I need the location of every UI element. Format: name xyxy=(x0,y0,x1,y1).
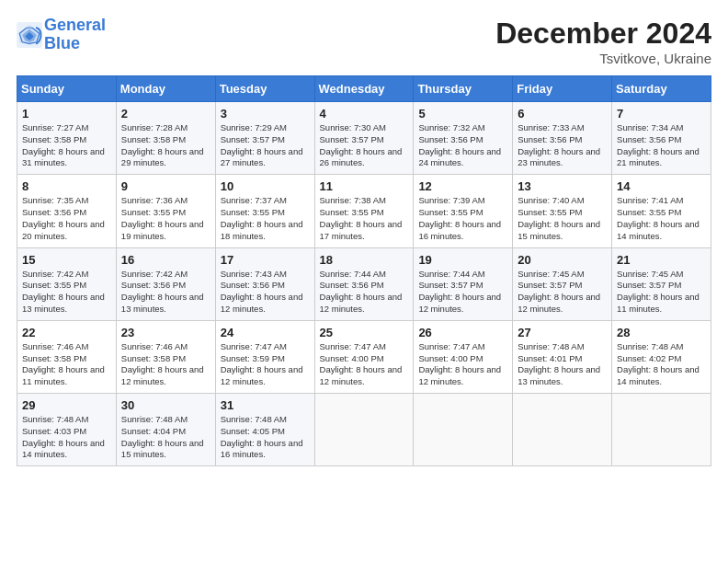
day-number: 31 xyxy=(221,398,310,412)
day-info: Sunrise: 7:32 AMSunset: 3:56 PMDaylight:… xyxy=(418,122,507,169)
sunset-text: Sunset: 3:55 PM xyxy=(221,207,285,217)
sunrise-text: Sunrise: 7:46 AM xyxy=(22,341,88,351)
day-cell: 15Sunrise: 7:42 AMSunset: 3:55 PMDayligh… xyxy=(17,247,117,320)
day-number: 7 xyxy=(617,107,706,121)
day-info: Sunrise: 7:44 AMSunset: 3:56 PMDaylight:… xyxy=(320,269,409,316)
day-info: Sunrise: 7:48 AMSunset: 4:02 PMDaylight:… xyxy=(617,341,706,388)
calendar-header: Sunday Monday Tuesday Wednesday Thursday… xyxy=(17,76,711,102)
daylight-text: Daylight: 8 hours and 11 minutes. xyxy=(617,292,700,314)
sunset-text: Sunset: 3:56 PM xyxy=(617,134,681,144)
sunrise-text: Sunrise: 7:48 AM xyxy=(121,414,188,424)
col-wednesday: Wednesday xyxy=(314,76,414,102)
col-saturday: Saturday xyxy=(612,76,711,102)
daylight-text: Daylight: 8 hours and 12 minutes. xyxy=(418,292,501,314)
sunrise-text: Sunrise: 7:33 AM xyxy=(518,122,584,132)
day-number: 8 xyxy=(22,179,111,193)
day-cell: 31Sunrise: 7:48 AMSunset: 4:05 PMDayligh… xyxy=(215,394,314,466)
daylight-text: Daylight: 8 hours and 14 minutes. xyxy=(617,364,700,386)
day-cell xyxy=(513,394,612,466)
day-cell: 30Sunrise: 7:48 AMSunset: 4:04 PMDayligh… xyxy=(116,394,215,466)
day-cell: 1Sunrise: 7:27 AMSunset: 3:58 PMDaylight… xyxy=(17,102,117,175)
col-thursday: Thursday xyxy=(414,76,513,102)
daylight-text: Daylight: 8 hours and 13 minutes. xyxy=(22,292,105,314)
day-cell: 6Sunrise: 7:33 AMSunset: 3:56 PMDaylight… xyxy=(513,102,612,175)
col-sunday: Sunday xyxy=(17,76,117,102)
day-info: Sunrise: 7:40 AMSunset: 3:55 PMDaylight:… xyxy=(518,195,607,242)
sunset-text: Sunset: 3:56 PM xyxy=(518,134,582,144)
daylight-text: Daylight: 8 hours and 19 minutes. xyxy=(121,219,204,241)
sunrise-text: Sunrise: 7:27 AM xyxy=(22,122,88,132)
daylight-text: Daylight: 8 hours and 24 minutes. xyxy=(418,146,501,168)
day-number: 11 xyxy=(320,179,409,193)
daylight-text: Daylight: 8 hours and 16 minutes. xyxy=(221,438,303,460)
day-cell: 5Sunrise: 7:32 AMSunset: 3:56 PMDaylight… xyxy=(414,102,513,175)
daylight-text: Daylight: 8 hours and 14 minutes. xyxy=(617,219,700,241)
sunrise-text: Sunrise: 7:43 AM xyxy=(221,269,287,279)
header-row: Sunday Monday Tuesday Wednesday Thursday… xyxy=(17,76,711,102)
day-info: Sunrise: 7:48 AMSunset: 4:05 PMDaylight:… xyxy=(221,414,310,461)
day-cell: 18Sunrise: 7:44 AMSunset: 3:56 PMDayligh… xyxy=(314,247,414,320)
sunset-text: Sunset: 3:57 PM xyxy=(221,134,285,144)
day-info: Sunrise: 7:28 AMSunset: 3:58 PMDaylight:… xyxy=(121,122,210,169)
daylight-text: Daylight: 8 hours and 12 minutes. xyxy=(418,364,501,386)
sunrise-text: Sunrise: 7:48 AM xyxy=(518,341,584,351)
day-cell: 28Sunrise: 7:48 AMSunset: 4:02 PMDayligh… xyxy=(612,320,711,393)
daylight-text: Daylight: 8 hours and 12 minutes. xyxy=(320,292,403,314)
sunrise-text: Sunrise: 7:44 AM xyxy=(418,269,484,279)
day-info: Sunrise: 7:47 AMSunset: 4:00 PMDaylight:… xyxy=(320,341,409,388)
sunset-text: Sunset: 3:57 PM xyxy=(320,134,384,144)
daylight-text: Daylight: 8 hours and 12 minutes. xyxy=(320,364,403,386)
day-cell: 11Sunrise: 7:38 AMSunset: 3:55 PMDayligh… xyxy=(314,175,414,247)
day-cell: 25Sunrise: 7:47 AMSunset: 4:00 PMDayligh… xyxy=(314,320,414,393)
day-number: 28 xyxy=(617,326,706,339)
sunset-text: Sunset: 3:58 PM xyxy=(22,353,86,363)
day-number: 5 xyxy=(418,107,507,121)
sunset-text: Sunset: 3:55 PM xyxy=(518,207,582,217)
day-number: 20 xyxy=(518,253,607,267)
sunrise-text: Sunrise: 7:39 AM xyxy=(418,195,484,205)
day-cell: 4Sunrise: 7:30 AMSunset: 3:57 PMDaylight… xyxy=(314,102,414,175)
day-number: 16 xyxy=(121,253,210,267)
day-info: Sunrise: 7:27 AMSunset: 3:58 PMDaylight:… xyxy=(22,122,111,169)
sunrise-text: Sunrise: 7:30 AM xyxy=(320,122,386,132)
day-number: 23 xyxy=(121,326,210,339)
sunset-text: Sunset: 3:55 PM xyxy=(617,207,681,217)
daylight-text: Daylight: 8 hours and 20 minutes. xyxy=(22,219,105,241)
day-cell: 13Sunrise: 7:40 AMSunset: 3:55 PMDayligh… xyxy=(513,175,612,247)
col-tuesday: Tuesday xyxy=(215,76,314,102)
day-info: Sunrise: 7:38 AMSunset: 3:55 PMDaylight:… xyxy=(320,195,409,242)
week-row-2: 15Sunrise: 7:42 AMSunset: 3:55 PMDayligh… xyxy=(17,247,711,320)
daylight-text: Daylight: 8 hours and 31 minutes. xyxy=(22,146,105,168)
sunset-text: Sunset: 3:58 PM xyxy=(121,134,186,144)
day-number: 24 xyxy=(221,326,310,339)
sunrise-text: Sunrise: 7:40 AM xyxy=(518,195,584,205)
day-cell: 3Sunrise: 7:29 AMSunset: 3:57 PMDaylight… xyxy=(215,102,314,175)
day-info: Sunrise: 7:33 AMSunset: 3:56 PMDaylight:… xyxy=(518,122,607,169)
day-cell: 12Sunrise: 7:39 AMSunset: 3:55 PMDayligh… xyxy=(414,175,513,247)
day-number: 2 xyxy=(121,107,210,121)
sunrise-text: Sunrise: 7:36 AM xyxy=(121,195,188,205)
day-cell: 9Sunrise: 7:36 AMSunset: 3:55 PMDaylight… xyxy=(116,175,215,247)
sunset-text: Sunset: 3:56 PM xyxy=(121,280,186,290)
sunrise-text: Sunrise: 7:47 AM xyxy=(320,341,386,351)
day-info: Sunrise: 7:39 AMSunset: 3:55 PMDaylight:… xyxy=(418,195,507,242)
day-info: Sunrise: 7:37 AMSunset: 3:55 PMDaylight:… xyxy=(221,195,310,242)
day-cell: 10Sunrise: 7:37 AMSunset: 3:55 PMDayligh… xyxy=(215,175,314,247)
day-number: 15 xyxy=(22,253,111,267)
day-info: Sunrise: 7:45 AMSunset: 3:57 PMDaylight:… xyxy=(518,269,607,316)
daylight-text: Daylight: 8 hours and 14 minutes. xyxy=(22,438,105,460)
sunrise-text: Sunrise: 7:35 AM xyxy=(22,195,88,205)
sunrise-text: Sunrise: 7:37 AM xyxy=(221,195,287,205)
sunset-text: Sunset: 3:55 PM xyxy=(320,207,384,217)
sunset-text: Sunset: 3:57 PM xyxy=(518,280,582,290)
sunset-text: Sunset: 4:00 PM xyxy=(320,353,384,363)
sunset-text: Sunset: 3:58 PM xyxy=(22,134,86,144)
day-info: Sunrise: 7:46 AMSunset: 3:58 PMDaylight:… xyxy=(121,341,210,388)
day-info: Sunrise: 7:30 AMSunset: 3:57 PMDaylight:… xyxy=(320,122,409,169)
day-number: 4 xyxy=(320,107,409,121)
day-number: 3 xyxy=(221,107,310,121)
day-number: 27 xyxy=(518,326,607,339)
sunset-text: Sunset: 3:55 PM xyxy=(22,280,86,290)
day-info: Sunrise: 7:47 AMSunset: 3:59 PMDaylight:… xyxy=(221,341,310,388)
daylight-text: Daylight: 8 hours and 27 minutes. xyxy=(221,146,303,168)
